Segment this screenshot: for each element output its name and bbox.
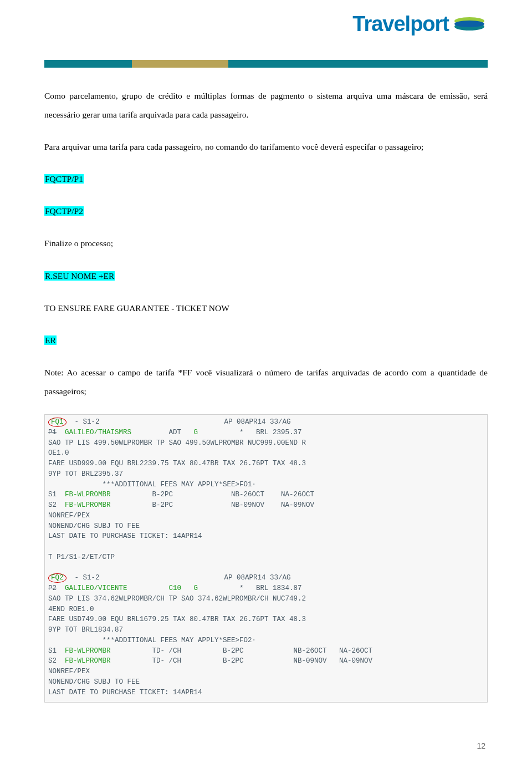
terminal-row: NONREF/PEX (48, 511, 484, 521)
command-line-1: FQCTP/P1 (44, 170, 488, 189)
terminal-row: LAST DATE TO PURCHASE TICKET: 14APR14 (48, 688, 484, 698)
svg-point-2 (454, 21, 484, 27)
terminal-row: OE1.0 (48, 448, 484, 459)
command-fqctp-p2: FQCTP/P2 (44, 206, 84, 216)
command-fqctp-p1: FQCTP/P1 (44, 174, 84, 184)
terminal-row (48, 563, 484, 573)
terminal-row: S2 FB-WLPROMBR B-2PC NB-09NOV NA-09NOV (48, 500, 484, 511)
terminal-row: SAO TP LIS 374.62WLPROMBR/CH TP SAO 374.… (48, 594, 484, 604)
line-guarantee: TO ENSURE FARE GUARANTEE - TICKET NOW (44, 299, 488, 318)
terminal-row: FARE USD749.00 EQU BRL1679.25 TAX 80.47B… (48, 614, 484, 625)
fq1-circle-icon: FQ1 (48, 418, 66, 427)
paragraph-note: Note: Ao acessar o campo de tarifa *FF v… (44, 363, 488, 401)
terminal-row: S2 FB-WLPROMBR TD- /CH B-2PC NB-09NOV NA… (48, 656, 484, 667)
paragraph-instruction: Para arquivar uma tarifa para cada passa… (44, 138, 488, 156)
header-divider (44, 60, 488, 68)
brand-name: Travelport (352, 12, 449, 36)
terminal-row: T P1/S1-2/ET/CTP (48, 552, 484, 563)
terminal-row: 9YP TOT BRL2395.37 (48, 469, 484, 480)
terminal-output: FQ1 - S1-2 AP 08APR14 33/AG P1 GALILEO/T… (44, 414, 488, 703)
terminal-fq1-header: FQ1 - S1-2 AP 08APR14 33/AG (48, 417, 484, 428)
page-number: 12 (477, 741, 485, 750)
command-rseu: R.SEU NOME +ER (44, 271, 115, 281)
command-line-4: ER (44, 331, 488, 350)
terminal-row: FARE USD999.00 EQU BRL2239.75 TAX 80.47B… (48, 459, 484, 469)
terminal-row: S1 FB-WLPROMBR B-2PC NB-26OCT NA-26OCT (48, 490, 484, 500)
terminal-row: ***ADDITIONAL FEES MAY APPLY*SEE>FO2· (48, 635, 484, 646)
terminal-row: S1 FB-WLPROMBR TD- /CH B-2PC NB-26OCT NA… (48, 646, 484, 657)
terminal-row: P2 GALILEO/VICENTE C10 G * BRL 1834.87 (48, 583, 484, 594)
terminal-row: NONEND/CHG SUBJ TO FEE (48, 521, 484, 532)
brand-icon (453, 14, 485, 34)
command-line-3: R.SEU NOME +ER (44, 267, 488, 286)
terminal-row: ***ADDITIONAL FEES MAY APPLY*SEE>FO1· (48, 480, 484, 490)
brand-logo: Travelport (352, 12, 485, 36)
page-header: Travelport (0, 0, 532, 60)
terminal-row: SAO TP LIS 499.50WLPROMBR TP SAO 499.50W… (48, 438, 484, 449)
terminal-row: 4END ROE1.0 (48, 604, 484, 615)
terminal-row: 9YP TOT BRL1834.87 (48, 625, 484, 635)
terminal-row: P1 GALILEO/THAISMRS ADT G * BRL 2395.37 (48, 428, 484, 438)
document-body: Como parcelamento, grupo de crédito e mú… (44, 87, 488, 703)
command-er: ER (44, 335, 57, 345)
terminal-row: NONEND/CHG SUBJ TO FEE (48, 677, 484, 688)
header-divider-accent (132, 60, 228, 68)
command-line-2: FQCTP/P2 (44, 202, 488, 221)
terminal-fq2-header: FQ2 - S1-2 AP 08APR14 33/AG (48, 573, 484, 583)
terminal-row (48, 542, 484, 552)
paragraph-intro: Como parcelamento, grupo de crédito e mú… (44, 87, 488, 124)
fq2-circle-icon: FQ2 (48, 573, 66, 583)
terminal-row: NONREF/PEX (48, 667, 484, 677)
terminal-row: LAST DATE TO PURCHASE TICKET: 14APR14 (48, 531, 484, 542)
line-finalize: Finalize o processo; (44, 234, 488, 253)
